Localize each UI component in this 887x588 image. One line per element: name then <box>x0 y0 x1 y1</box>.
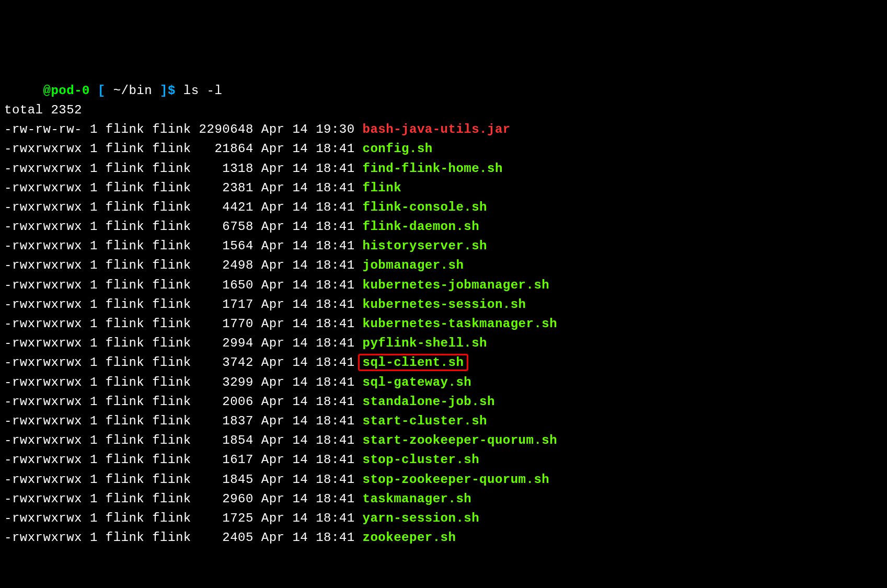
file-name: jobmanager.sh <box>363 258 464 272</box>
file-permissions: -rwxrwxrwx <box>4 220 82 234</box>
file-name: zookeeper.sh <box>363 531 456 545</box>
file-name: kubernetes-session.sh <box>363 297 526 312</box>
file-date: Apr 14 <box>254 395 308 409</box>
file-size: 1770 <box>191 317 254 331</box>
file-permissions: -rwxrwxrwx <box>4 162 82 176</box>
file-row: -rwxrwxrwx 1 flink flink 4421 Apr 14 18:… <box>4 198 883 217</box>
file-date: Apr 14 <box>254 531 308 545</box>
file-time: 18:41 <box>308 317 354 331</box>
file-size: 1725 <box>191 511 254 525</box>
file-owner: flink <box>98 453 144 467</box>
file-time: 18:41 <box>308 472 354 487</box>
file-links: 1 <box>82 453 98 467</box>
file-row: -rwxrwxrwx 1 flink flink 1318 Apr 14 18:… <box>4 159 883 178</box>
file-permissions: -rwxrwxrwx <box>4 414 82 428</box>
file-size: 1650 <box>191 278 254 292</box>
file-links: 1 <box>82 239 98 253</box>
prompt-bracket-close: ] <box>160 84 168 98</box>
file-row: -rwxrwxrwx 1 flink flink 1845 Apr 14 18:… <box>4 470 883 489</box>
file-links: 1 <box>82 511 98 525</box>
file-owner: flink <box>98 375 144 389</box>
file-size: 2994 <box>191 336 254 350</box>
file-owner: flink <box>98 531 144 545</box>
file-links: 1 <box>82 142 98 156</box>
file-owner: flink <box>98 239 144 253</box>
file-permissions: -rwxrwxrwx <box>4 433 82 447</box>
file-owner: flink <box>98 142 144 156</box>
file-group: flink <box>144 531 191 545</box>
file-time: 18:41 <box>308 395 354 409</box>
file-date: Apr 14 <box>254 220 308 234</box>
file-row: -rwxrwxrwx 1 flink flink 1564 Apr 14 18:… <box>4 236 883 256</box>
file-links: 1 <box>82 433 98 447</box>
file-permissions: -rwxrwxrwx <box>4 395 82 409</box>
file-permissions: -rwxrwxrwx <box>4 336 82 350</box>
file-group: flink <box>144 220 191 234</box>
file-date: Apr 14 <box>254 142 308 156</box>
file-time: 18:41 <box>308 258 354 272</box>
file-links: 1 <box>82 297 98 312</box>
file-size: 3299 <box>191 375 254 389</box>
file-links: 1 <box>82 220 98 234</box>
file-time: 18:41 <box>308 200 354 214</box>
file-permissions: -rwxrwxrwx <box>4 492 82 506</box>
file-row: -rwxrwxrwx 1 flink flink 6758 Apr 14 18:… <box>4 217 883 236</box>
file-links: 1 <box>82 395 98 409</box>
file-links: 1 <box>82 278 98 292</box>
file-name: kubernetes-taskmanager.sh <box>363 317 558 331</box>
file-links: 1 <box>82 375 98 389</box>
file-row: -rwxrwxrwx 1 flink flink 3742 Apr 14 18:… <box>4 353 883 372</box>
file-date: Apr 14 <box>254 336 308 350</box>
prompt-path: ~/bin <box>113 84 153 98</box>
file-size: 21864 <box>191 142 254 156</box>
file-time: 19:30 <box>308 122 354 136</box>
file-row: -rwxrwxrwx 1 flink flink 2498 Apr 14 18:… <box>4 256 883 275</box>
file-date: Apr 14 <box>254 414 308 428</box>
file-permissions: -rwxrwxrwx <box>4 258 82 272</box>
file-permissions: -rwxrwxrwx <box>4 472 82 487</box>
file-size: 4421 <box>191 200 254 214</box>
file-group: flink <box>144 278 191 292</box>
total-line: total 2352 <box>4 100 883 120</box>
file-permissions: -rwxrwxrwx <box>4 278 82 292</box>
file-group: flink <box>144 375 191 389</box>
prompt-bracket-open: [ <box>98 84 106 98</box>
file-time: 18:41 <box>308 162 354 176</box>
file-links: 1 <box>82 472 98 487</box>
file-size: 6758 <box>191 220 254 234</box>
prompt-host: @pod-0 <box>43 84 90 98</box>
file-permissions: -rwxrwxrwx <box>4 239 82 253</box>
file-group: flink <box>144 511 191 525</box>
file-owner: flink <box>98 472 144 487</box>
file-links: 1 <box>82 336 98 350</box>
prompt-dollar: $ <box>168 84 176 98</box>
file-permissions: -rwxrwxrwx <box>4 531 82 545</box>
file-date: Apr 14 <box>254 453 308 467</box>
file-name: yarn-session.sh <box>363 511 480 525</box>
file-time: 18:41 <box>308 492 354 506</box>
file-links: 1 <box>82 162 98 176</box>
file-name: start-cluster.sh <box>363 414 487 428</box>
file-permissions: -rwxrwxrwx <box>4 375 82 389</box>
file-group: flink <box>144 355 191 370</box>
prompt-line: @pod-0 [ ~/bin ]$ ls -l <box>4 81 883 100</box>
terminal-output[interactable]: @pod-0 [ ~/bin ]$ ls -ltotal 2352-rw-rw-… <box>4 81 883 548</box>
file-row: -rwxrwxrwx 1 flink flink 2006 Apr 14 18:… <box>4 392 883 411</box>
file-date: Apr 14 <box>254 278 308 292</box>
file-row: -rwxrwxrwx 1 flink flink 1717 Apr 14 18:… <box>4 295 883 314</box>
file-time: 18:41 <box>308 297 354 312</box>
file-group: flink <box>144 142 191 156</box>
file-row: -rwxrwxrwx 1 flink flink 1650 Apr 14 18:… <box>4 275 883 295</box>
file-owner: flink <box>98 122 144 136</box>
file-group: flink <box>144 336 191 350</box>
file-row: -rwxrwxrwx 1 flink flink 1770 Apr 14 18:… <box>4 314 883 333</box>
file-row: -rwxrwxrwx 1 flink flink 1837 Apr 14 18:… <box>4 411 883 431</box>
file-size: 1717 <box>191 297 254 312</box>
file-name: kubernetes-jobmanager.sh <box>363 278 550 292</box>
file-permissions: -rwxrwxrwx <box>4 317 82 331</box>
file-size: 2381 <box>191 181 254 195</box>
file-row: -rwxrwxrwx 1 flink flink 2994 Apr 14 18:… <box>4 333 883 353</box>
file-date: Apr 14 <box>254 200 308 214</box>
file-owner: flink <box>98 162 144 176</box>
file-permissions: -rwxrwxrwx <box>4 181 82 195</box>
